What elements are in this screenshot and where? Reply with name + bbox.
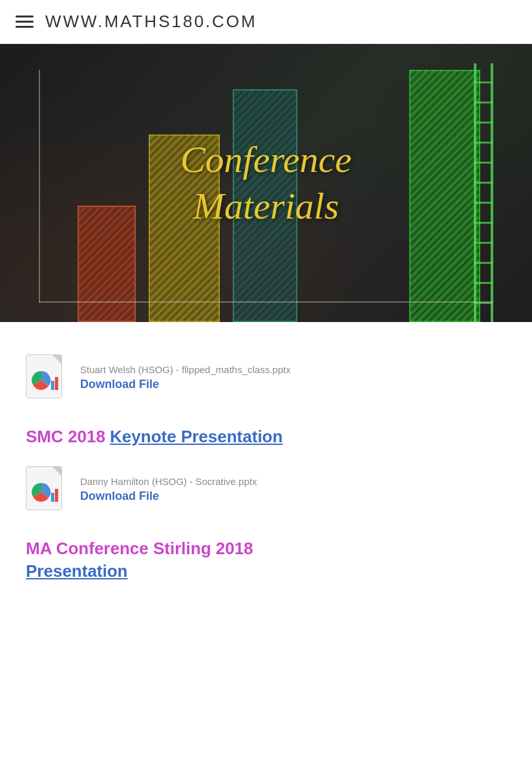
ladder-rung <box>474 122 493 124</box>
ladder-decoration <box>474 63 493 322</box>
hero-banner: Conference Materials <box>0 44 532 322</box>
keynote-presentation-link[interactable]: Keynote Presentation <box>110 427 282 446</box>
site-title: WWW.MATHS180.COM <box>45 12 257 32</box>
ladder-rung <box>474 282 493 284</box>
download-link-2[interactable]: Download File <box>80 490 257 503</box>
pie-chart-icon-2 <box>30 481 59 503</box>
file-icon-2 <box>26 466 67 513</box>
file-item-2: Danny Hamilton (HSOG) - Socrative.pptx D… <box>26 466 506 513</box>
smc-section-header: SMC 2018 Keynote Presentation <box>26 427 506 447</box>
main-content: Stuart Welsh (HSOG) - flipped_maths_clas… <box>0 322 532 607</box>
hamburger-line-1 <box>16 16 34 17</box>
svg-rect-4 <box>51 493 54 502</box>
hamburger-line-3 <box>16 26 34 28</box>
ladder-rung <box>474 222 493 224</box>
chart-x-axis <box>39 301 493 303</box>
file-icon-1 <box>26 354 67 401</box>
pie-svg-2 <box>30 481 59 503</box>
ma-presentation-link[interactable]: Presentation <box>26 561 506 581</box>
file-name-2: Danny Hamilton (HSOG) - Socrative.pptx <box>80 476 257 487</box>
hero-text-block: Conference Materials <box>180 136 352 230</box>
download-link-1[interactable]: Download File <box>80 378 291 391</box>
ladder-rung <box>474 102 493 103</box>
hero-title: Conference Materials <box>180 136 352 230</box>
file-name-1: Stuart Welsh (HSOG) - flipped_maths_clas… <box>80 364 291 375</box>
chart-bar-red <box>78 206 136 322</box>
pptx-file-icon-2 <box>26 466 62 510</box>
site-header: WWW.MATHS180.COM <box>0 0 532 44</box>
ladder-rung <box>474 262 493 264</box>
file-item-1: Stuart Welsh (HSOG) - flipped_maths_clas… <box>26 354 506 401</box>
pie-chart-icon <box>30 369 59 391</box>
ladder-rung <box>474 81 493 83</box>
pptx-file-icon <box>26 354 62 398</box>
chart-y-axis <box>39 70 40 303</box>
ladder-rung <box>474 142 493 144</box>
ladder-rung <box>474 182 493 184</box>
ladder-rungs <box>474 63 493 322</box>
svg-rect-5 <box>55 489 58 502</box>
smc-label: SMC 2018 <box>26 427 110 446</box>
ladder-rung <box>474 202 493 204</box>
hamburger-line-2 <box>16 21 34 23</box>
svg-rect-2 <box>55 377 58 390</box>
ma-conference-heading: MA Conference Stirling 2018 <box>26 539 506 559</box>
ladder-rung <box>474 162 493 164</box>
svg-rect-1 <box>51 381 54 390</box>
hamburger-menu-button[interactable] <box>16 16 34 28</box>
chart-bar-green <box>409 70 480 322</box>
file-info-1: Stuart Welsh (HSOG) - flipped_maths_clas… <box>80 364 291 391</box>
ladder-rung <box>474 242 493 244</box>
file-info-2: Danny Hamilton (HSOG) - Socrative.pptx D… <box>80 476 257 503</box>
pie-svg <box>30 369 59 391</box>
ma-conference-section: MA Conference Stirling 2018 Presentation <box>26 539 506 581</box>
